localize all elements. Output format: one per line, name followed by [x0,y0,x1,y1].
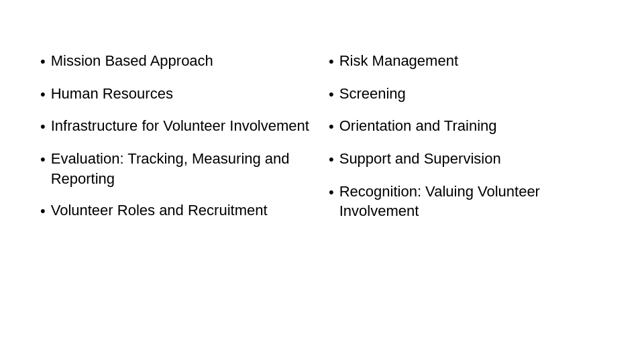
list-item: •Recognition: Valuing Volunteer Involvem… [329,182,604,221]
bullet-icon: • [40,117,46,137]
list-item: •Infrastructure for Volunteer Involvemen… [40,116,315,137]
bullet-icon: • [329,182,334,202]
slide: •Mission Based Approach•Human Resources•… [0,0,644,362]
bullet-icon: • [329,117,334,137]
list-item: •Human Resources [40,84,315,105]
bullet-icon: • [40,201,46,221]
right-column: •Risk Management•Screening•Orientation a… [329,51,604,335]
content-area: •Mission Based Approach•Human Resources•… [40,51,604,335]
list-item: •Support and Supervision [329,149,604,170]
bullet-icon: • [40,84,46,105]
list-item: •Evaluation: Tracking, Measuring and Rep… [40,149,315,188]
list-item: •Orientation and Training [329,116,604,137]
bullet-icon: • [40,149,46,170]
bullet-icon: • [40,52,46,72]
left-column: •Mission Based Approach•Human Resources•… [40,51,315,335]
list-item: •Risk Management [329,51,604,72]
bullet-icon: • [329,84,334,105]
list-item: •Volunteer Roles and Recruitment [40,200,315,221]
list-item: •Screening [329,84,604,105]
bullet-icon: • [329,52,334,72]
list-item: •Mission Based Approach [40,51,315,72]
bullet-icon: • [329,149,334,170]
